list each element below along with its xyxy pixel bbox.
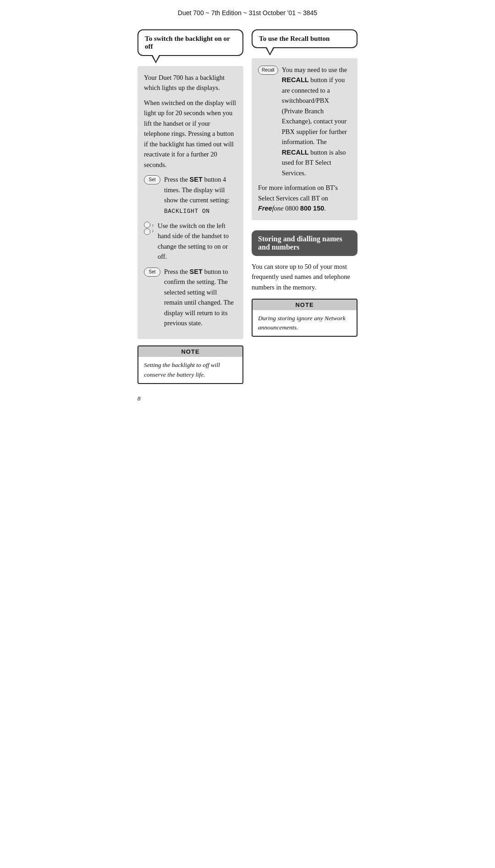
storing-section: Storing and dialling names and numbers Y…	[252, 230, 358, 337]
page-header: Duet 700 ~ 7th Edition ~ 31st October '0…	[138, 9, 358, 17]
recall-panel: Recall You may need to use the RECALL bu…	[252, 58, 358, 220]
step3-text: Press the SET button to confirm the sett…	[164, 267, 237, 328]
step2-text: Use the switch on the left hand side of …	[158, 221, 237, 262]
storing-callout-box: Storing and dialling names and numbers	[252, 230, 358, 256]
storing-text: You can store up to 50 of your most freq…	[252, 262, 358, 292]
left-note-header: NOTE	[138, 346, 242, 357]
step1-text: Press the SET button 4 times. The displa…	[164, 174, 237, 216]
page-number: 8	[138, 395, 358, 402]
backlight-step2: ↑ ↓ Use the switch on the left hand side…	[144, 221, 237, 262]
right-note-header: NOTE	[253, 300, 357, 310]
left-note-box: NOTE Setting the backlight to off will c…	[138, 345, 243, 384]
right-note-box: NOTE During storing ignore any Network a…	[252, 299, 358, 337]
left-note-text: Setting the backlight to off will conser…	[144, 362, 220, 378]
set-button-icon1: Set	[144, 175, 160, 184]
left-note-body: Setting the backlight to off will conser…	[138, 357, 242, 383]
set-button-icon2: Set	[144, 267, 160, 277]
right-note-body: During storing ignore any Network announ…	[253, 310, 357, 336]
backlight-callout-box: To switch the backlight on or off	[138, 29, 243, 56]
backlight-step3: Set Press the SET button to confirm the …	[144, 267, 237, 328]
recall-step1: Recall You may need to use the RECALL bu…	[258, 65, 351, 178]
backlight-step1: Set Press the SET button 4 times. The di…	[144, 174, 237, 216]
scroll-switch-icon: ↑ ↓	[144, 222, 154, 235]
left-column: To switch the backlight on or off Your D…	[138, 29, 243, 384]
backlight-display: BACKLIGHT ON	[164, 208, 210, 215]
header-title: Duet 700 ~ 7th Edition ~ 31st October '0…	[138, 9, 358, 17]
storing-title: Storing and dialling names and numbers	[258, 235, 342, 251]
recall-para1: You may need to use the RECALL button if…	[282, 65, 351, 178]
recall-callout-box: To use the Recall button	[252, 29, 358, 48]
recall-para2: For more information on BT's Select Serv…	[258, 183, 351, 213]
recall-section: To use the Recall button Recall You may …	[252, 29, 358, 220]
backlight-para1: Your Duet 700 has a backlight which ligh…	[144, 72, 237, 93]
recall-button-icon: Recall	[258, 66, 278, 75]
right-note-text: During storing ignore any Network announ…	[258, 315, 346, 331]
backlight-para2: When switched on the display will light …	[144, 98, 237, 170]
recall-callout-title: To use the Recall button	[259, 35, 330, 42]
backlight-callout-title: To switch the backlight on or off	[145, 35, 230, 50]
backlight-panel: Your Duet 700 has a backlight which ligh…	[138, 66, 243, 339]
right-column: To use the Recall button Recall You may …	[252, 29, 358, 384]
